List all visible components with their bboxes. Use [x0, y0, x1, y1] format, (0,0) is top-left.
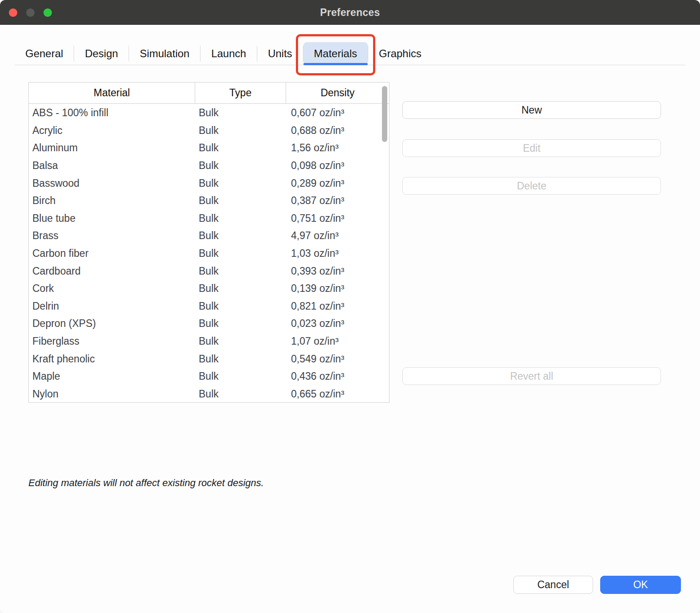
cell-density: 0,387 oz/in³ — [286, 195, 389, 207]
cell-density: 1,03 oz/in³ — [286, 248, 389, 259]
cell-material: Cork — [29, 283, 195, 295]
cell-type: Bulk — [195, 195, 286, 207]
traffic-lights — [9, 0, 52, 25]
cell-type: Bulk — [195, 230, 286, 242]
cell-type: Bulk — [195, 248, 286, 259]
cell-density: 0,665 oz/in³ — [286, 388, 389, 400]
cell-material: Brass — [29, 230, 195, 242]
cell-type: Bulk — [195, 125, 286, 137]
table-body: ABS - 100% infillBulk0,607 oz/in³Acrylic… — [29, 104, 389, 403]
cell-material: Delrin — [29, 300, 195, 312]
table-row[interactable]: BrassBulk4,97 oz/in³ — [29, 227, 389, 245]
cell-type: Bulk — [195, 300, 286, 312]
edit-button[interactable]: Edit — [402, 139, 661, 157]
column-header-type[interactable]: Type — [195, 83, 286, 103]
table-row[interactable]: CorkBulk0,139 oz/in³ — [29, 280, 389, 298]
zoom-icon[interactable] — [43, 8, 52, 17]
column-header-material[interactable]: Material — [29, 83, 195, 103]
table-row[interactable]: Depron (XPS)Bulk0,023 oz/in³ — [29, 315, 389, 333]
cell-type: Bulk — [195, 265, 286, 277]
cell-density: 0,751 oz/in³ — [286, 212, 389, 224]
cell-material: Balsa — [29, 160, 195, 172]
cell-type: Bulk — [195, 160, 286, 172]
table-row[interactable]: Carbon fiberBulk1,03 oz/in³ — [29, 245, 389, 263]
cell-type: Bulk — [195, 142, 286, 154]
cell-density: 0,436 oz/in³ — [286, 370, 389, 382]
tab-launch[interactable]: Launch — [201, 42, 257, 65]
cancel-button[interactable]: Cancel — [513, 576, 593, 594]
ok-button[interactable]: OK — [600, 576, 681, 594]
table-row[interactable]: MapleBulk0,436 oz/in³ — [29, 368, 389, 385]
table-row[interactable]: AluminumBulk1,56 oz/in³ — [29, 139, 389, 157]
table-row[interactable]: DelrinBulk0,821 oz/in³ — [29, 298, 389, 315]
table-header: Material Type Density — [29, 83, 389, 104]
cell-type: Bulk — [195, 353, 286, 365]
cell-type: Bulk — [195, 388, 286, 400]
cell-material: Acrylic — [29, 125, 195, 137]
cell-type: Bulk — [195, 370, 286, 382]
cell-density: 4,97 oz/in³ — [286, 230, 389, 242]
tab-materials[interactable]: Materials — [303, 42, 368, 65]
cell-material: ABS - 100% infill — [29, 107, 195, 119]
cell-density: 0,393 oz/in³ — [286, 265, 389, 277]
table-row[interactable]: CardboardBulk0,393 oz/in³ — [29, 262, 389, 280]
cell-material: Kraft phenolic — [29, 353, 195, 365]
cell-density: 1,56 oz/in³ — [286, 142, 389, 154]
cell-type: Bulk — [195, 177, 286, 189]
cell-material: Maple — [29, 370, 195, 382]
cell-material: Carbon fiber — [29, 248, 195, 259]
cell-density: 0,821 oz/in³ — [286, 300, 389, 312]
cell-material: Aluminum — [29, 142, 195, 154]
table-row[interactable]: BalsaBulk0,098 oz/in³ — [29, 157, 389, 175]
cell-material: Depron (XPS) — [29, 318, 195, 330]
cell-material: Fiberglass — [29, 335, 195, 347]
cell-type: Bulk — [195, 107, 286, 119]
window-title: Preferences — [0, 7, 700, 19]
table-row[interactable]: ABS - 100% infillBulk0,607 oz/in³ — [29, 104, 389, 122]
cell-density: 0,098 oz/in³ — [286, 160, 389, 172]
cell-material: Blue tube — [29, 212, 195, 224]
cell-type: Bulk — [195, 318, 286, 330]
materials-note: Editing materials will not affect existi… — [28, 477, 264, 489]
cell-density: 0,139 oz/in³ — [286, 283, 389, 295]
revert-all-button[interactable]: Revert all — [402, 367, 661, 385]
tab-bar: GeneralDesignSimulationLaunchUnitsMateri… — [15, 42, 432, 65]
cell-density: 1,07 oz/in³ — [286, 335, 389, 347]
cell-density: 0,688 oz/in³ — [286, 125, 389, 137]
tab-general[interactable]: General — [15, 42, 74, 65]
table-row[interactable]: FiberglassBulk1,07 oz/in³ — [29, 333, 389, 350]
cell-density: 0,289 oz/in³ — [286, 177, 389, 189]
minimize-icon[interactable] — [26, 8, 35, 17]
new-button[interactable]: New — [402, 101, 661, 119]
tab-units[interactable]: Units — [257, 42, 303, 65]
cell-density: 0,549 oz/in³ — [286, 353, 389, 365]
cell-type: Bulk — [195, 212, 286, 224]
titlebar: Preferences — [0, 0, 700, 25]
table-row[interactable]: NylonBulk0,665 oz/in³ — [29, 385, 389, 403]
table-row[interactable]: BirchBulk0,387 oz/in³ — [29, 192, 389, 210]
table-row[interactable]: AcrylicBulk0,688 oz/in³ — [29, 122, 389, 140]
table-row[interactable]: Blue tubeBulk0,751 oz/in³ — [29, 210, 389, 228]
preferences-window: Preferences GeneralDesignSimulationLaunc… — [0, 0, 700, 613]
cell-material: Basswood — [29, 177, 195, 189]
delete-button[interactable]: Delete — [402, 177, 661, 195]
cell-density: 0,607 oz/in³ — [286, 107, 389, 119]
tab-design[interactable]: Design — [74, 42, 129, 65]
cell-material: Nylon — [29, 388, 195, 400]
cell-type: Bulk — [195, 283, 286, 295]
table-row[interactable]: Kraft phenolicBulk0,549 oz/in³ — [29, 350, 389, 368]
materials-table: Material Type Density ABS - 100% infillB… — [28, 82, 389, 403]
table-row[interactable]: BasswoodBulk0,289 oz/in³ — [29, 174, 389, 192]
cell-material: Cardboard — [29, 265, 195, 277]
cell-type: Bulk — [195, 335, 286, 347]
scrollbar[interactable] — [382, 86, 387, 142]
column-header-density[interactable]: Density — [286, 83, 389, 103]
tab-graphics[interactable]: Graphics — [368, 42, 432, 65]
cell-density: 0,023 oz/in³ — [286, 318, 389, 330]
close-icon[interactable] — [9, 8, 17, 17]
cell-material: Birch — [29, 195, 195, 207]
tab-simulation[interactable]: Simulation — [129, 42, 200, 65]
